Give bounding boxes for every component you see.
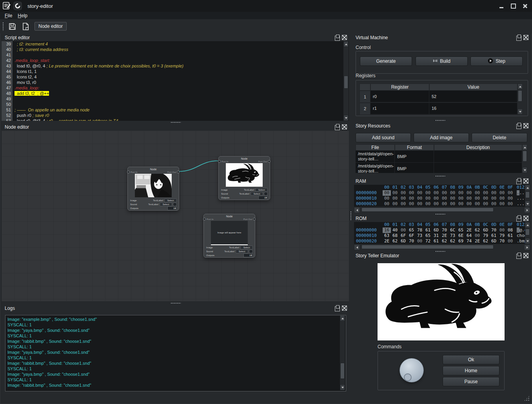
- hex-byte[interactable]: 00: [416, 196, 424, 201]
- scroll-down-button[interactable]: [517, 109, 523, 115]
- hex-byte[interactable]: 61: [506, 233, 514, 238]
- delete-button[interactable]: Delete: [472, 133, 527, 142]
- scroll-thumb[interactable]: [361, 245, 494, 249]
- scroll-up-button[interactable]: [522, 144, 527, 150]
- scroll-thumb[interactable]: [525, 229, 530, 236]
- hex-byte[interactable]: 00: [473, 190, 481, 196]
- scroll-thumb[interactable]: [361, 207, 494, 212]
- hex-byte[interactable]: 61: [432, 238, 440, 244]
- hex-byte[interactable]: 00: [407, 201, 416, 207]
- outputs-spinbox[interactable]: 1: [243, 253, 253, 257]
- hex-byte[interactable]: 6E: [457, 233, 465, 238]
- hex-byte[interactable]: 79: [481, 233, 490, 238]
- code-line[interactable]: 41: [2, 52, 349, 58]
- hex-byte[interactable]: 00: [424, 190, 432, 196]
- format-cell[interactable]: BMP: [395, 163, 434, 173]
- save-button[interactable]: [7, 21, 17, 31]
- hex-byte[interactable]: 00: [498, 196, 506, 201]
- node-editor-toggle-button[interactable]: Node editor: [34, 22, 67, 31]
- code-line[interactable]: 50: [2, 102, 349, 107]
- hex-byte[interactable]: 00: [407, 190, 416, 196]
- hex-byte[interactable]: 00: [432, 201, 440, 207]
- hex-byte[interactable]: 6D: [490, 238, 498, 244]
- title-bar[interactable]: story-editor: [0, 0, 532, 12]
- scroll-left-button[interactable]: [354, 207, 360, 213]
- column-header[interactable]: Value: [429, 84, 517, 91]
- description-cell[interactable]: [434, 163, 522, 173]
- float-icon[interactable]: [516, 124, 521, 129]
- hex-byte[interactable]: 62: [481, 238, 490, 244]
- port-in[interactable]: Port In: [218, 160, 229, 163]
- splitter-handle[interactable]: [171, 122, 181, 123]
- step-button[interactable]: Step: [470, 56, 523, 66]
- hex-byte[interactable]: 70: [407, 238, 416, 244]
- row-header[interactable]: 1: [360, 91, 370, 103]
- scroll-right-button[interactable]: [524, 244, 530, 250]
- hex-byte[interactable]: 69: [457, 238, 465, 244]
- select-sound-button[interactable]: Select: [160, 202, 172, 206]
- hex-byte[interactable]: 78: [416, 227, 424, 233]
- port-out[interactable]: Port Out: [243, 218, 256, 220]
- code-line[interactable]: 52 push r0 ; save r0: [2, 113, 349, 118]
- port-in[interactable]: Port In: [203, 218, 214, 220]
- home-button[interactable]: Home: [443, 366, 499, 375]
- close-panel-icon[interactable]: [523, 253, 528, 258]
- port-in-dot[interactable]: [203, 218, 206, 220]
- size-grip[interactable]: [524, 395, 530, 401]
- hex-byte[interactable]: 2E: [465, 227, 473, 233]
- hex-byte[interactable]: 00: [416, 201, 424, 207]
- play-sound-button[interactable]: [249, 249, 253, 253]
- hex-byte[interactable]: 00: [506, 238, 514, 244]
- hex-byte[interactable]: 16: [383, 227, 391, 233]
- close-panel-icon[interactable]: [342, 35, 347, 40]
- code-line[interactable]: 53 load r0, @t3, 4 ; r0 ... content in r…: [2, 118, 349, 121]
- add-image-button[interactable]: Add image: [414, 133, 469, 142]
- maximize-button[interactable]: [508, 2, 518, 10]
- hex-byte[interactable]: 00: [399, 201, 407, 207]
- hex-byte[interactable]: 6D: [399, 238, 407, 244]
- code-line[interactable]: 40 ; t3: current media address: [2, 47, 349, 52]
- hex-byte[interactable]: 08: [506, 227, 514, 233]
- code-line[interactable]: 45 lcons t2, 4: [2, 74, 349, 80]
- port-in-dot[interactable]: [127, 171, 130, 173]
- format-cell[interactable]: BMP: [395, 151, 434, 163]
- resources-panel-header[interactable]: Story Resources: [352, 123, 530, 129]
- hex-byte[interactable]: 00: [465, 196, 473, 201]
- hex-byte[interactable]: 00: [399, 190, 407, 196]
- hex-byte[interactable]: 00: [465, 201, 473, 207]
- hex-byte[interactable]: 62: [440, 238, 448, 244]
- close-panel-icon[interactable]: [342, 124, 347, 129]
- rom-hex-view[interactable]: 000102030405060708090A0B0C0D0E0F01234567…: [354, 222, 525, 244]
- hex-byte[interactable]: 65: [457, 227, 465, 233]
- scroll-down-button[interactable]: [525, 238, 530, 244]
- hex-byte[interactable]: 00: [407, 196, 416, 201]
- hex-byte[interactable]: 74: [465, 238, 473, 244]
- hex-byte[interactable]: 73: [416, 233, 424, 238]
- hex-byte[interactable]: 00: [473, 233, 481, 238]
- float-icon[interactable]: [516, 179, 521, 184]
- hex-byte[interactable]: 00: [432, 190, 440, 196]
- menu-help[interactable]: Help: [18, 13, 27, 18]
- scroll-up-button[interactable]: [517, 84, 523, 89]
- scroll-thumb[interactable]: [344, 76, 348, 89]
- select-image-button[interactable]: Select: [164, 198, 177, 202]
- hex-byte[interactable]: 00: [399, 227, 407, 233]
- code-line[interactable]: 47.media_loop:: [2, 85, 349, 91]
- hex-byte[interactable]: 00: [416, 238, 424, 244]
- hex-byte[interactable]: 00: [440, 201, 448, 207]
- story-node[interactable]: Node Port In Port Out Image will appear …: [203, 214, 255, 258]
- emulator-panel-header[interactable]: Story Teller Emulator: [352, 253, 530, 259]
- hex-byte[interactable]: 00: [498, 201, 506, 207]
- hex-byte[interactable]: 00: [383, 196, 391, 201]
- hex-byte[interactable]: 00: [457, 201, 465, 207]
- column-header[interactable]: Register: [370, 84, 429, 91]
- hex-byte[interactable]: 00: [440, 190, 448, 196]
- hex-byte[interactable]: 00: [490, 190, 498, 196]
- close-panel-icon[interactable]: [342, 306, 347, 311]
- hex-byte[interactable]: 70: [490, 227, 498, 233]
- scroll-down-button[interactable]: [522, 167, 527, 173]
- scroll-thumb[interactable]: [523, 151, 527, 162]
- hex-byte[interactable]: 6D: [432, 227, 440, 233]
- float-icon[interactable]: [516, 254, 521, 259]
- splitter-handle[interactable]: [435, 175, 445, 177]
